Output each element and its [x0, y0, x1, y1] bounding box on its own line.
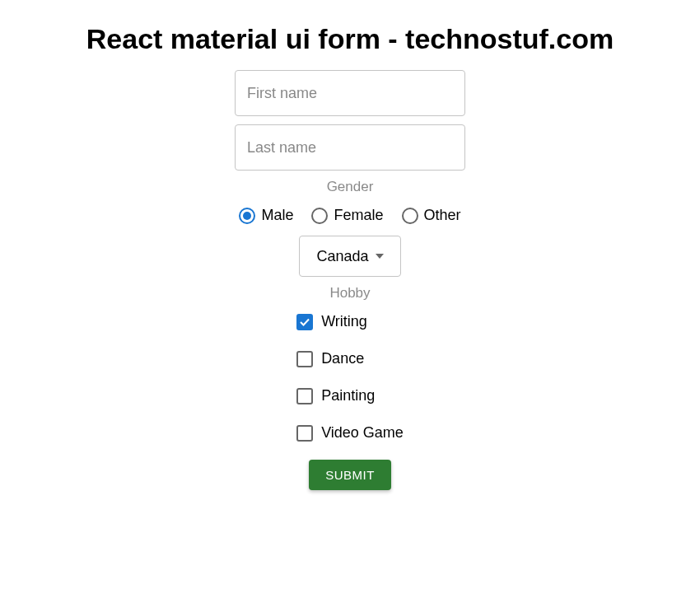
- last-name-field[interactable]: [235, 124, 465, 171]
- hobby-video-game[interactable]: Video Game: [296, 424, 404, 442]
- radio-icon: [239, 208, 255, 224]
- radio-label: Male: [261, 207, 293, 224]
- radio-label: Other: [424, 207, 461, 224]
- hobby-label-text: Video Game: [321, 424, 404, 442]
- country-selected-value: Canada: [316, 248, 368, 265]
- checkbox-icon: [296, 351, 313, 367]
- radio-label: Female: [334, 207, 383, 224]
- radio-male[interactable]: Male: [239, 207, 293, 224]
- hobby-writing[interactable]: Writing: [296, 313, 404, 330]
- radio-other[interactable]: Other: [402, 207, 461, 224]
- hobby-painting[interactable]: Painting: [296, 387, 404, 404]
- hobby-label-text: Writing: [321, 313, 367, 330]
- hobby-label: Hobby: [329, 285, 370, 302]
- gender-radio-group: Male Female Other: [239, 207, 460, 224]
- submit-button[interactable]: SUBMIT: [309, 460, 391, 490]
- hobby-label-text: Dance: [321, 350, 364, 367]
- gender-label: Gender: [327, 179, 374, 195]
- radio-female[interactable]: Female: [311, 207, 383, 224]
- checkbox-icon: [296, 425, 313, 442]
- checkbox-icon: [296, 314, 313, 330]
- hobby-label-text: Painting: [321, 387, 375, 404]
- chevron-down-icon: [376, 254, 384, 259]
- country-select[interactable]: Canada: [299, 236, 401, 277]
- hobby-dance[interactable]: Dance: [296, 350, 404, 367]
- hobby-checkbox-group: Writing Dance Painting Video Game: [296, 313, 404, 442]
- radio-icon: [311, 208, 328, 224]
- radio-icon: [402, 208, 418, 224]
- form-container: Gender Male Female Other Canada Hobby Wr…: [0, 70, 700, 490]
- page-title: React material ui form - technostuf.com: [0, 0, 700, 70]
- checkbox-icon: [296, 388, 313, 404]
- first-name-field[interactable]: [235, 70, 465, 116]
